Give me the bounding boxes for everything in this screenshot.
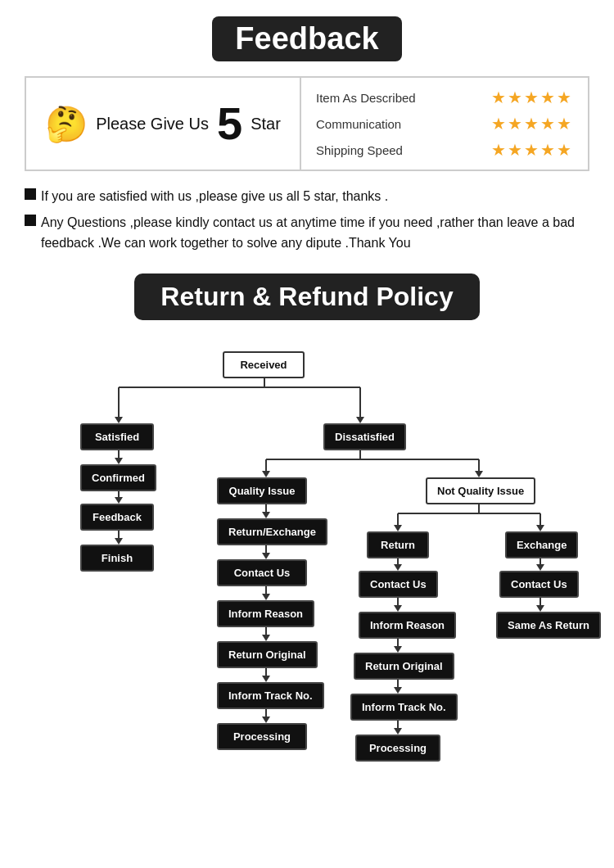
rating-label-1: Item As Described <box>316 91 416 105</box>
emoji-icon: 🤔 <box>45 104 88 144</box>
svg-marker-9 <box>115 458 123 464</box>
refund-title-section: Return & Refund Policy <box>16 274 598 320</box>
feedback-title: Feedback <box>212 16 401 61</box>
svg-marker-17 <box>262 471 270 477</box>
svg-marker-23 <box>262 512 270 518</box>
rating-row-2: Communication ★★★★★ <box>316 114 573 133</box>
info-text-1: If you are satisfied with us ,please giv… <box>41 186 388 207</box>
node-inform-reason-ret: Inform Reason <box>359 612 456 639</box>
rating-stars-1: ★★★★★ <box>491 88 573 107</box>
node-inform-track-mid: Inform Track No. <box>217 682 324 709</box>
node-finish: Finish <box>80 545 154 572</box>
node-return-original-mid: Return Original <box>217 641 318 668</box>
please-text: Please Give Us <box>96 115 209 133</box>
svg-marker-41 <box>536 525 544 531</box>
info-line-1: If you are satisfied with us ,please giv… <box>25 186 589 207</box>
node-received: Received <box>223 351 305 378</box>
info-text-2: Any Questions ,please kindly contact us … <box>41 212 589 254</box>
node-processing-mid: Processing <box>217 723 307 750</box>
rating-row-1: Item As Described ★★★★★ <box>316 88 573 107</box>
svg-marker-27 <box>262 594 270 600</box>
svg-marker-25 <box>262 553 270 559</box>
rating-row-3: Shipping Speed ★★★★★ <box>316 140 573 160</box>
node-inform-reason-mid: Inform Reason <box>217 600 314 627</box>
refund-title: Return & Refund Policy <box>134 274 479 320</box>
feedback-title-section: Feedback <box>16 16 598 61</box>
rating-stars-2: ★★★★★ <box>491 114 573 133</box>
info-line-2: Any Questions ,please kindly contact us … <box>25 212 589 254</box>
bullet-1 <box>25 188 36 200</box>
svg-marker-51 <box>394 728 402 735</box>
node-contact-us-mid: Contact Us <box>217 559 307 586</box>
rating-left: 🤔 Please Give Us 5 Star <box>26 78 301 170</box>
svg-marker-55 <box>536 605 544 612</box>
rating-label-3: Shipping Speed <box>316 143 414 157</box>
node-contact-us-exc: Contact Us <box>499 571 579 598</box>
svg-marker-43 <box>394 564 402 571</box>
svg-marker-7 <box>356 417 364 423</box>
node-satisfied: Satisfied <box>80 423 154 450</box>
svg-marker-33 <box>262 717 270 723</box>
star-label: Star <box>251 115 281 133</box>
svg-marker-13 <box>115 538 123 545</box>
node-return-exchange: Return/Exchange <box>217 518 327 545</box>
node-same-as-return: Same As Return <box>496 612 601 639</box>
svg-marker-37 <box>394 525 402 531</box>
node-inform-track-ret: Inform Track No. <box>350 694 458 721</box>
star-number: 5 <box>217 101 242 147</box>
svg-marker-29 <box>262 635 270 641</box>
svg-marker-53 <box>536 564 544 571</box>
rating-right: Item As Described ★★★★★ Communication ★★… <box>301 78 588 170</box>
rating-stars-3: ★★★★★ <box>491 140 573 160</box>
svg-marker-3 <box>115 417 123 423</box>
info-block: If you are satisfied with us ,please giv… <box>25 186 589 254</box>
node-processing-ret: Processing <box>355 735 440 762</box>
bullet-2 <box>25 215 36 226</box>
node-dissatisfied: Dissatisfied <box>323 423 406 450</box>
rating-label-2: Communication <box>316 117 414 131</box>
node-feedback: Feedback <box>80 504 154 531</box>
node-exchange: Exchange <box>505 531 578 558</box>
flowchart: Received Satisfied Dissatisfied Confirme… <box>16 343 598 785</box>
node-return-original-ret: Return Original <box>354 653 454 680</box>
rating-container: 🤔 Please Give Us 5 Star Item As Describe… <box>25 76 589 171</box>
svg-marker-11 <box>115 497 123 504</box>
node-confirmed: Confirmed <box>80 464 156 491</box>
svg-marker-49 <box>394 687 402 694</box>
svg-marker-31 <box>262 676 270 682</box>
node-not-quality-issue: Not Quality Issue <box>426 477 535 504</box>
svg-marker-47 <box>394 646 402 653</box>
node-quality-issue: Quality Issue <box>217 477 307 504</box>
svg-marker-21 <box>475 471 483 477</box>
svg-marker-45 <box>394 605 402 612</box>
node-return: Return <box>367 531 429 558</box>
node-contact-us-ret: Contact Us <box>359 571 438 598</box>
